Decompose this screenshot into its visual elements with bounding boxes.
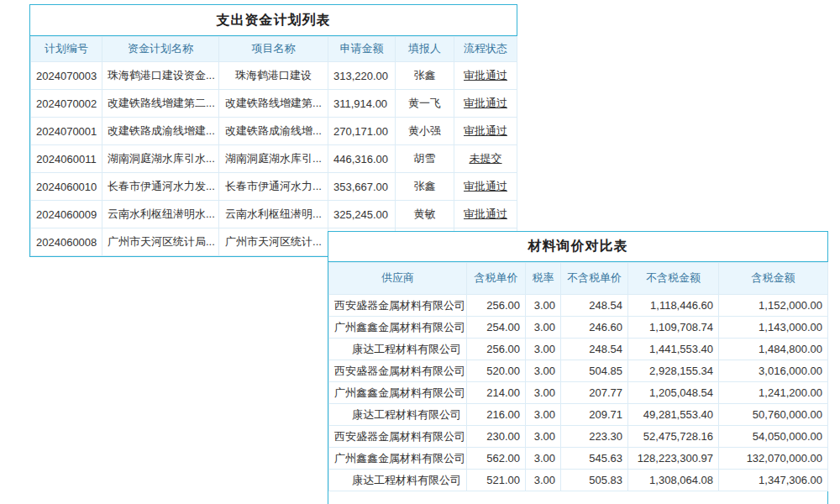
material-quote-grid: 供应商含税单价税率不含税单价不含税金额含税金额西安盛器金属材料有限公司256.0… [328, 262, 828, 491]
expense-plan-grid: 计划编号资金计划名称项目名称申请金额填报人流程状态2024070003珠海鹤港口… [30, 36, 517, 256]
cell-tax_rate: 3.00 [526, 426, 561, 448]
cell-supplier[interactable]: 康达工程材料有限公司 [329, 404, 467, 426]
cell-person[interactable]: 黄小强 [396, 118, 454, 145]
table-row: 2024070003珠海鹤港口建设资金...珠海鹤港口建设313,220.00张… [31, 62, 517, 90]
cell-supplier[interactable]: 康达工程材料有限公司 [329, 470, 467, 491]
cell-plan_name[interactable]: 珠海鹤港口建设资金... [102, 62, 219, 90]
cell-unit_price: 521.00 [467, 470, 526, 491]
cell-amount: 353,667.00 [328, 173, 396, 201]
cell-plan_name[interactable]: 湖南洞庭湖水库引水... [102, 145, 219, 173]
table-row: 2024060011湖南洞庭湖水库引水...湖南洞庭湖水库引...446,316… [31, 145, 517, 173]
cell-person[interactable]: 张鑫 [396, 62, 454, 90]
cell-supplier[interactable]: 广州鑫鑫金属材料有限公司 [329, 317, 467, 339]
cell-net_amount: 1,205,048.54 [628, 382, 719, 404]
cell-plan_name[interactable]: 云南水利枢纽潜明水... [102, 201, 219, 228]
expense-plan-title: 支出资金计划列表 [30, 5, 517, 36]
table-row: 2024060010长春市伊通河水力发...长春市伊通河水力...353,667… [31, 173, 517, 201]
cell-person[interactable]: 黄一飞 [396, 90, 454, 118]
cell-gross_amount: 1,152,000.00 [719, 295, 828, 317]
cell-status[interactable]: 审批通过 [454, 62, 517, 90]
cell-id[interactable]: 2024060011 [31, 145, 102, 173]
cell-person[interactable]: 张鑫 [396, 173, 454, 201]
cell-supplier[interactable]: 广州鑫鑫金属材料有限公司 [329, 448, 467, 470]
cell-project[interactable]: 云南水利枢纽潜明... [219, 201, 328, 228]
cell-plan_name[interactable]: 改建铁路线增建第二... [102, 90, 219, 118]
column-header-person: 填报人 [396, 37, 454, 62]
material-quote-card: 材料询价对比表 供应商含税单价税率不含税单价不含税金额含税金额西安盛器金属材料有… [328, 231, 828, 504]
cell-person[interactable]: 胡雪 [396, 145, 454, 173]
cell-amount: 270,171.00 [328, 118, 396, 145]
table-row: 西安盛器金属材料有限公司520.003.00504.852,928,155.34… [329, 360, 828, 382]
cell-amount: 446,316.00 [328, 145, 396, 173]
table-row: 广州鑫鑫金属材料有限公司254.003.00246.601,109,708.74… [329, 317, 828, 339]
cell-id[interactable]: 2024070002 [31, 90, 102, 118]
cell-status[interactable]: 未提交 [454, 145, 517, 173]
cell-supplier[interactable]: 西安盛器金属材料有限公司 [329, 426, 467, 448]
cell-tax_rate: 3.00 [526, 360, 561, 382]
cell-gross_amount: 132,070,000.00 [719, 448, 828, 470]
cell-plan_name[interactable]: 改建铁路成渝线增建... [102, 118, 219, 145]
column-header-supplier: 供应商 [329, 263, 467, 295]
material-quote-title: 材料询价对比表 [328, 232, 827, 262]
table-row: 西安盛器金属材料有限公司256.003.00248.541,118,446.60… [329, 295, 828, 317]
cell-project[interactable]: 长春市伊通河水力... [219, 173, 328, 201]
cell-status[interactable]: 审批通过 [454, 90, 517, 118]
cell-project[interactable]: 湖南洞庭湖水库引... [219, 145, 328, 173]
cell-plan_name[interactable]: 广州市天河区统计局... [102, 228, 219, 256]
cell-tax_rate: 3.00 [526, 404, 561, 426]
cell-unit_price: 230.00 [467, 426, 526, 448]
column-header-project: 项目名称 [219, 37, 328, 62]
cell-unit_price: 254.00 [467, 317, 526, 339]
table-row: 广州鑫鑫金属材料有限公司214.003.00207.771,205,048.54… [329, 382, 828, 404]
cell-id[interactable]: 2024070001 [31, 118, 102, 145]
cell-gross_amount: 1,241,200.00 [719, 382, 828, 404]
cell-id[interactable]: 2024070003 [31, 62, 102, 90]
cell-net_unit_price: 504.85 [561, 360, 628, 382]
cell-net_unit_price: 209.71 [561, 404, 628, 426]
cell-tax_rate: 3.00 [526, 295, 561, 317]
cell-supplier[interactable]: 西安盛器金属材料有限公司 [329, 295, 467, 317]
cell-net_amount: 49,281,553.40 [628, 404, 719, 426]
cell-unit_price: 256.00 [467, 339, 526, 360]
cell-net_amount: 52,475,728.16 [628, 426, 719, 448]
cell-status[interactable]: 审批通过 [454, 201, 517, 228]
cell-unit_price: 214.00 [467, 382, 526, 404]
column-header-net_amount: 不含税金额 [628, 263, 719, 295]
cell-status[interactable]: 审批通过 [454, 118, 517, 145]
column-header-status: 流程状态 [454, 37, 517, 62]
cell-gross_amount: 50,760,000.00 [719, 404, 828, 426]
cell-net_unit_price: 248.54 [561, 339, 628, 360]
table-row: 康达工程材料有限公司216.003.00209.7149,281,553.405… [329, 404, 828, 426]
cell-unit_price: 256.00 [467, 295, 526, 317]
cell-net_amount: 1,308,064.08 [628, 470, 719, 491]
cell-gross_amount: 1,143,000.00 [719, 317, 828, 339]
cell-supplier[interactable]: 康达工程材料有限公司 [329, 339, 467, 360]
cell-status[interactable]: 审批通过 [454, 173, 517, 201]
expense-plan-card: 支出资金计划列表 计划编号资金计划名称项目名称申请金额填报人流程状态202407… [29, 4, 517, 257]
header-row: 供应商含税单价税率不含税单价不含税金额含税金额 [329, 263, 828, 295]
cell-amount: 313,220.00 [328, 62, 396, 90]
cell-person[interactable]: 黄敏 [396, 201, 454, 228]
cell-project[interactable]: 珠海鹤港口建设 [219, 62, 328, 90]
cell-unit_price: 562.00 [467, 448, 526, 470]
table-row: 2024070001改建铁路成渝线增建...改建铁路成渝线增...270,171… [31, 118, 517, 145]
cell-project[interactable]: 广州市天河区统计... [219, 228, 328, 256]
cell-id[interactable]: 2024060010 [31, 173, 102, 201]
cell-plan_name[interactable]: 长春市伊通河水力发... [102, 173, 219, 201]
cell-id[interactable]: 2024060008 [31, 228, 102, 256]
cell-net_unit_price: 246.60 [561, 317, 628, 339]
cell-tax_rate: 3.00 [526, 382, 561, 404]
cell-project[interactable]: 改建铁路线增建第... [219, 90, 328, 118]
cell-project[interactable]: 改建铁路成渝线增... [219, 118, 328, 145]
cell-net_amount: 2,928,155.34 [628, 360, 719, 382]
cell-net_unit_price: 207.77 [561, 382, 628, 404]
cell-unit_price: 216.00 [467, 404, 526, 426]
cell-id[interactable]: 2024060009 [31, 201, 102, 228]
cell-supplier[interactable]: 西安盛器金属材料有限公司 [329, 360, 467, 382]
cell-tax_rate: 3.00 [526, 470, 561, 491]
cell-supplier[interactable]: 广州鑫鑫金属材料有限公司 [329, 382, 467, 404]
header-row: 计划编号资金计划名称项目名称申请金额填报人流程状态 [31, 37, 517, 62]
column-header-gross_amount: 含税金额 [719, 263, 828, 295]
cell-net_amount: 128,223,300.97 [628, 448, 719, 470]
report-canvas: 支出资金计划列表 计划编号资金计划名称项目名称申请金额填报人流程状态202407… [0, 0, 840, 504]
